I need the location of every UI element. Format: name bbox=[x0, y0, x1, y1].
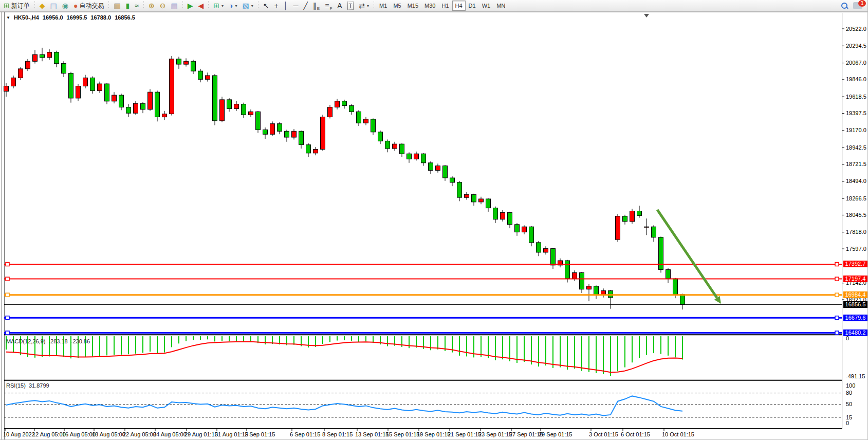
tf-button-MN[interactable]: MN bbox=[493, 1, 508, 11]
candle-up[interactable] bbox=[19, 69, 23, 78]
tf-button-H1[interactable]: H1 bbox=[438, 1, 452, 11]
chart-canvas[interactable] bbox=[0, 0, 868, 440]
candle-up[interactable] bbox=[249, 112, 253, 115]
candle-up[interactable] bbox=[630, 211, 635, 222]
candle-down[interactable] bbox=[126, 107, 131, 114]
candle-down[interactable] bbox=[69, 74, 73, 98]
candle-up[interactable] bbox=[414, 154, 419, 159]
arrows-tool-dropdown-icon[interactable]: ▾ bbox=[367, 4, 369, 8]
candle-up[interactable] bbox=[321, 117, 325, 150]
autotrade-button[interactable]: ●自动交易 bbox=[71, 0, 106, 11]
price-axis-border[interactable] bbox=[842, 13, 842, 429]
candle-up[interactable] bbox=[234, 104, 239, 109]
candle-down[interactable] bbox=[529, 227, 534, 243]
candle-down[interactable] bbox=[565, 261, 570, 279]
candle-down[interactable] bbox=[62, 64, 66, 74]
rsi-panel-top-border[interactable] bbox=[4, 380, 842, 381]
candle-down[interactable] bbox=[119, 95, 124, 107]
candle-down[interactable] bbox=[141, 103, 145, 109]
candle-up[interactable] bbox=[328, 107, 333, 117]
candle-down[interactable] bbox=[608, 291, 613, 298]
candle-down[interactable] bbox=[256, 112, 261, 130]
candle-down[interactable] bbox=[623, 216, 627, 222]
candle-up[interactable] bbox=[148, 92, 153, 109]
vline-tool[interactable]: │ bbox=[281, 0, 291, 11]
candle-down[interactable] bbox=[652, 227, 656, 237]
candle-down[interactable] bbox=[407, 154, 412, 159]
candle-up[interactable] bbox=[544, 249, 548, 252]
candle-up[interactable] bbox=[364, 119, 368, 123]
symbol-dropdown-icon[interactable]: ▼ bbox=[6, 15, 10, 20]
signals-button[interactable]: ◉ bbox=[60, 0, 71, 11]
candle-up[interactable] bbox=[616, 216, 620, 240]
template-button-dropdown-icon[interactable]: ▾ bbox=[251, 4, 253, 8]
tf-button-M1[interactable]: M1 bbox=[376, 1, 390, 11]
candle-up[interactable] bbox=[587, 286, 592, 289]
candle-up[interactable] bbox=[206, 76, 210, 79]
new-chart-button[interactable]: ⊞▾ bbox=[211, 0, 226, 11]
candle-down[interactable] bbox=[227, 100, 232, 109]
candle-up[interactable] bbox=[33, 54, 38, 61]
candle-down[interactable] bbox=[385, 141, 390, 149]
candle-down[interactable] bbox=[54, 52, 59, 64]
candle-down[interactable] bbox=[673, 279, 678, 295]
text-tool[interactable]: A bbox=[335, 0, 344, 11]
candle-down[interactable] bbox=[493, 208, 498, 219]
candle-up[interactable] bbox=[335, 101, 340, 107]
tf-button-D1[interactable]: D1 bbox=[466, 1, 479, 11]
line-handle[interactable] bbox=[6, 263, 9, 266]
candle-down[interactable] bbox=[40, 54, 45, 58]
candle-down[interactable] bbox=[198, 71, 203, 79]
new-order-button[interactable]: ⊞新订单 bbox=[1, 0, 32, 11]
candle-up[interactable] bbox=[184, 61, 189, 64]
candle-down[interactable] bbox=[90, 78, 95, 90]
candle-down[interactable] bbox=[357, 112, 361, 123]
candle-down[interactable] bbox=[594, 286, 599, 296]
notifications-icon[interactable]: 1 bbox=[853, 2, 862, 9]
market-button[interactable]: ◆ bbox=[37, 0, 48, 11]
candle-down[interactable] bbox=[429, 163, 433, 171]
candle-up[interactable] bbox=[313, 150, 318, 153]
tf-button-H4[interactable]: H4 bbox=[452, 1, 466, 11]
candle-up[interactable] bbox=[558, 261, 563, 265]
chart-shift-marker[interactable] bbox=[644, 14, 649, 20]
line-mode-button[interactable]: ≈ bbox=[132, 0, 141, 11]
candle-down[interactable] bbox=[486, 199, 491, 208]
new-chart-button-dropdown-icon[interactable]: ▾ bbox=[221, 4, 224, 8]
candle-up[interactable] bbox=[393, 144, 397, 149]
candle-down[interactable] bbox=[349, 106, 354, 112]
candle-down[interactable] bbox=[285, 131, 289, 137]
candle-down[interactable] bbox=[299, 131, 304, 144]
trendline-tool[interactable]: ╱ bbox=[301, 0, 310, 11]
crosshair-tool[interactable]: + bbox=[272, 0, 281, 11]
candle-up[interactable] bbox=[76, 86, 81, 98]
candle-up[interactable] bbox=[83, 78, 88, 86]
candle-down[interactable] bbox=[342, 101, 347, 106]
line-handle[interactable] bbox=[835, 316, 839, 320]
candle-up[interactable] bbox=[436, 166, 440, 171]
arrows-tool[interactable]: ⇄▾ bbox=[356, 0, 372, 11]
candle-up[interactable] bbox=[134, 103, 138, 113]
candle-down[interactable] bbox=[680, 295, 685, 305]
candle-up[interactable] bbox=[98, 84, 102, 90]
candle-up[interactable] bbox=[270, 124, 275, 135]
candle-up[interactable] bbox=[162, 114, 167, 117]
tile-windows-button[interactable]: ▦ bbox=[169, 0, 180, 11]
line-handle[interactable] bbox=[835, 263, 839, 266]
cursor-tool[interactable]: ↖ bbox=[261, 0, 272, 11]
candle-up[interactable] bbox=[292, 131, 297, 137]
tf-button-M5[interactable]: M5 bbox=[390, 1, 404, 11]
fibo-tool[interactable]: ≡F bbox=[322, 0, 335, 11]
zoom-in-button[interactable]: ⊕ bbox=[146, 0, 157, 11]
template-button[interactable]: ▧▾ bbox=[240, 0, 256, 11]
auto-scroll-button[interactable]: ▶ bbox=[185, 0, 196, 11]
candle-up[interactable] bbox=[522, 227, 527, 232]
candle-up[interactable] bbox=[170, 59, 174, 114]
line-handle[interactable] bbox=[6, 293, 9, 297]
candle-down[interactable] bbox=[450, 178, 455, 182]
candle-down[interactable] bbox=[472, 194, 476, 202]
candle-up[interactable] bbox=[47, 52, 52, 58]
candle-down[interactable] bbox=[263, 130, 268, 134]
candles-mode-button[interactable]: ▮ bbox=[123, 0, 133, 11]
candle-up[interactable] bbox=[644, 227, 649, 227]
